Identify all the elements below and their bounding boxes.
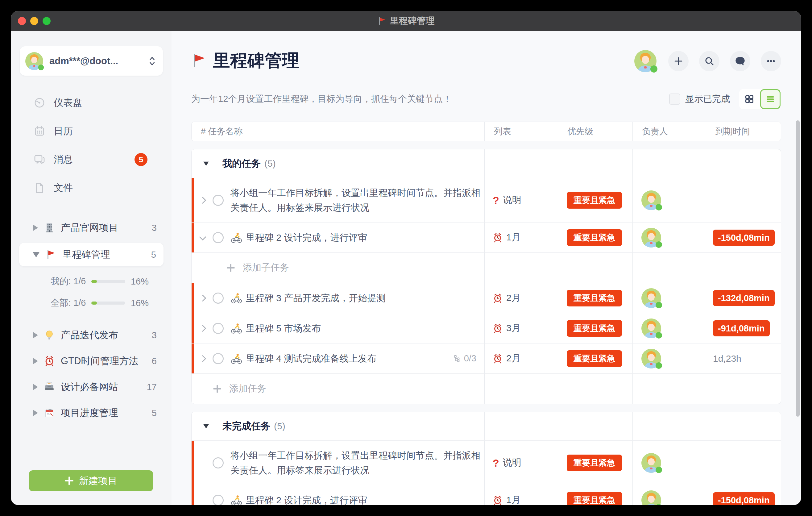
column-header-priority[interactable]: 优先级 [558, 122, 633, 141]
expand-triangle-icon[interactable] [33, 358, 38, 365]
expand-triangle-icon[interactable] [33, 224, 38, 231]
task-row[interactable]: 里程碑 5 市场发布 3月 重要且紧急 -91d,08min [192, 313, 781, 343]
owner-avatar[interactable] [641, 349, 661, 369]
show-completed-checkbox[interactable] [669, 93, 680, 105]
list-name[interactable]: 1月 [506, 494, 521, 505]
more-button[interactable] [761, 51, 781, 71]
expand-chevron-icon[interactable] [199, 294, 206, 302]
task-title[interactable]: 里程碑 2 设计完成，进行评审 [246, 493, 367, 505]
current-user-avatar[interactable] [634, 50, 657, 72]
task-row[interactable]: 里程碑 2 设计完成，进行评审 1月 重要且紧急 -150d,08min [192, 485, 781, 505]
task-title[interactable]: 里程碑 3 产品开发完成，开始提测 [246, 291, 386, 306]
priority-badge[interactable]: 重要且紧急 [567, 290, 622, 307]
collapse-chevron-icon[interactable] [199, 233, 206, 240]
column-header-due[interactable]: 到期时间 [706, 122, 781, 141]
close-window-button[interactable] [18, 17, 26, 25]
owner-avatar[interactable] [641, 191, 661, 210]
task-title[interactable]: 将小组一年工作目标拆解，设置出里程碑时间节点。并指派相关责任人。用标签来展示进行… [230, 448, 481, 478]
owner-avatar[interactable] [641, 453, 661, 473]
list-name[interactable]: 2月 [506, 352, 521, 365]
task-complete-checkbox[interactable] [212, 457, 224, 468]
expand-chevron-icon[interactable] [199, 197, 206, 204]
task-complete-checkbox[interactable] [212, 232, 224, 243]
project-item-design-sites[interactable]: 设计必备网站 17 [11, 376, 172, 398]
account-switcher[interactable]: adm***@doot... [20, 46, 163, 76]
column-header-list[interactable]: 列表 [484, 122, 558, 141]
scrollbar-thumb[interactable] [796, 120, 800, 417]
add-subtask-row[interactable]: 添加子任务 [192, 253, 781, 283]
column-header-task-name[interactable]: # 任务名称 [192, 122, 484, 141]
priority-badge[interactable]: 重要且紧急 [567, 350, 622, 367]
search-button[interactable] [699, 51, 720, 71]
expand-triangle-icon[interactable] [33, 332, 38, 339]
list-name[interactable]: 说明 [503, 194, 521, 206]
collapse-triangle-icon[interactable] [203, 162, 209, 166]
view-mode-toggle [739, 89, 781, 109]
task-title[interactable]: 里程碑 4 测试完成准备线上发布 [246, 351, 376, 366]
project-item-iteration[interactable]: 产品迭代发布 3 [11, 324, 172, 346]
list-name[interactable]: 3月 [506, 322, 521, 335]
sidebar-item-calendar[interactable]: 日历 [11, 121, 172, 141]
task-title[interactable]: 里程碑 5 市场发布 [246, 321, 321, 336]
task-title[interactable]: 将小组一年工作目标拆解，设置出里程碑时间节点。并指派相关责任人。用标签来展示进行… [230, 185, 481, 215]
zoom-window-button[interactable] [42, 17, 51, 25]
project-item-product-site[interactable]: 产品官网项目 3 [11, 217, 172, 238]
list-view-button-active[interactable] [760, 89, 781, 109]
due-time-badge[interactable]: -132d,08min [713, 290, 775, 306]
task-complete-checkbox[interactable] [212, 195, 224, 206]
plus-icon [213, 385, 221, 393]
cyclist-icon [230, 322, 242, 334]
add-subtask-label[interactable]: 添加子任务 [243, 261, 289, 274]
expand-chevron-icon[interactable] [199, 325, 206, 332]
task-complete-checkbox[interactable] [212, 353, 224, 364]
priority-badge[interactable]: 重要且紧急 [567, 455, 622, 471]
owner-avatar[interactable] [641, 490, 661, 505]
chat-button[interactable] [730, 51, 750, 71]
add-button[interactable] [668, 51, 689, 71]
task-complete-checkbox[interactable] [212, 495, 224, 505]
priority-badge[interactable]: 重要且紧急 [567, 492, 622, 505]
owner-avatar[interactable] [641, 288, 661, 308]
due-time-badge[interactable]: -150d,08min [713, 492, 775, 505]
list-name[interactable]: 2月 [506, 292, 521, 304]
my-progress: 我的: 1/6 16% [11, 271, 172, 292]
list-name[interactable]: 说明 [503, 456, 521, 469]
task-complete-checkbox[interactable] [212, 292, 224, 304]
project-item-schedule[interactable]: 项目进度管理 5 [11, 402, 172, 424]
priority-badge[interactable]: 重要且紧急 [567, 192, 622, 209]
expand-triangle-icon[interactable] [33, 409, 38, 416]
task-row[interactable]: 将小组一年工作目标拆解，设置出里程碑时间节点。并指派相关责任人。用标签来展示进行… [192, 440, 781, 485]
collapse-triangle-icon[interactable] [33, 252, 39, 257]
sidebar-item-messages[interactable]: 消息 5 [11, 150, 172, 169]
task-complete-checkbox[interactable] [212, 323, 224, 334]
group-header[interactable]: 我的任务 (5) [192, 149, 781, 178]
collapse-triangle-icon[interactable] [203, 424, 209, 428]
due-time-badge[interactable]: -150d,08min [713, 230, 775, 246]
task-title[interactable]: 里程碑 2 设计完成，进行评审 [246, 230, 367, 245]
progress-percent: 16% [131, 298, 149, 308]
board-view-button[interactable] [740, 90, 759, 108]
expand-chevron-icon[interactable] [199, 355, 206, 362]
owner-avatar[interactable] [641, 228, 661, 248]
sidebar-item-files[interactable]: 文件 [11, 178, 172, 198]
project-item-gtd[interactable]: GTD时间管理方法 6 [11, 350, 172, 372]
priority-badge[interactable]: 重要且紧急 [567, 229, 622, 246]
add-task-label[interactable]: 添加任务 [229, 382, 266, 395]
expand-triangle-icon[interactable] [33, 383, 38, 391]
sidebar-item-dashboard[interactable]: 仪表盘 [11, 93, 172, 113]
task-row[interactable]: 将小组一年工作目标拆解，设置出里程碑时间节点。并指派相关责任人。用标签来展示进行… [192, 178, 781, 222]
task-row[interactable]: 里程碑 4 测试完成准备线上发布 0/3 2月 重要且紧急 [192, 343, 781, 373]
owner-avatar[interactable] [641, 318, 661, 338]
project-item-milestones-selected[interactable]: 里程碑管理 5 [19, 243, 164, 266]
group-header[interactable]: 未完成任务 (5) [192, 412, 781, 440]
due-time-badge[interactable]: -91d,08min [713, 320, 770, 336]
new-project-button[interactable]: 新建项目 [29, 470, 153, 491]
cyclist-icon [230, 353, 242, 365]
task-row[interactable]: 里程碑 2 设计完成，进行评审 1月 重要且紧急 -150d,08min [192, 222, 781, 253]
priority-badge[interactable]: 重要且紧急 [567, 320, 622, 337]
column-header-owner[interactable]: 负责人 [633, 122, 706, 141]
minimize-window-button[interactable] [30, 17, 38, 25]
add-task-row[interactable]: 添加任务 [192, 373, 781, 404]
list-name[interactable]: 1月 [506, 231, 521, 244]
task-row[interactable]: 里程碑 3 产品开发完成，开始提测 2月 重要且紧急 -132d,08min [192, 283, 781, 313]
